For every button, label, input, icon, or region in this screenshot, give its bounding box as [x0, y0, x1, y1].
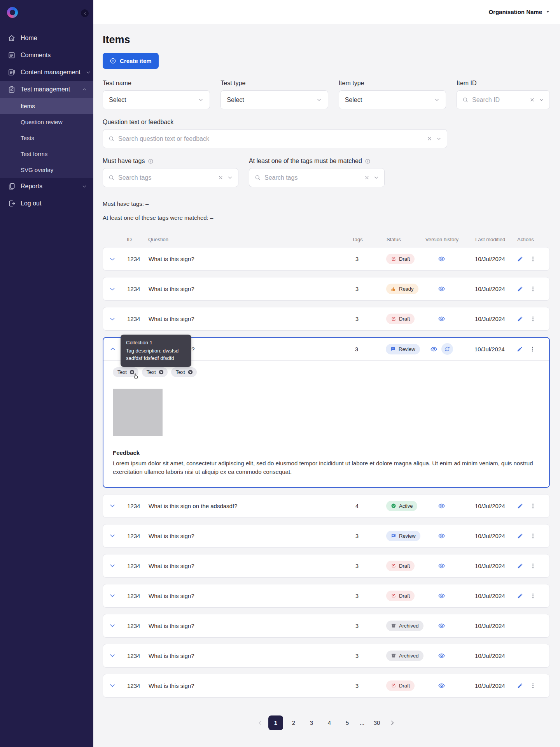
version-history-button[interactable]	[437, 561, 446, 570]
sidebar-item-test-management[interactable]: Test management	[0, 81, 93, 98]
test-name-label: Test name	[103, 80, 210, 87]
row-menu-button[interactable]	[530, 563, 536, 569]
test-name-select[interactable]: Select	[103, 90, 210, 109]
edit-row-button[interactable]	[517, 503, 523, 509]
sidebar-item-items[interactable]: Items	[0, 98, 93, 114]
chevron-down-icon[interactable]	[227, 175, 233, 181]
remove-tag-button[interactable]	[187, 369, 193, 375]
summary-must-have-tags: Must have tags: –	[103, 200, 550, 207]
sidebar-item-log-out[interactable]: Log out	[0, 195, 93, 212]
sidebar-item-reports[interactable]: Reports	[0, 178, 93, 195]
expand-row-button[interactable]	[103, 652, 122, 659]
sidebar-item-label: Reports	[21, 183, 42, 190]
org-selector[interactable]: Organisation Name	[488, 9, 550, 15]
row-menu-button[interactable]	[530, 503, 536, 509]
chevron-down-icon[interactable]	[436, 136, 442, 142]
version-history-button[interactable]	[437, 531, 446, 540]
version-history-button[interactable]	[437, 591, 446, 600]
expand-row-button[interactable]	[103, 502, 122, 509]
edit-row-button[interactable]	[517, 533, 523, 539]
any-tag-match-input[interactable]	[264, 174, 360, 181]
expand-row-button[interactable]	[103, 256, 122, 263]
expand-row-button[interactable]	[103, 682, 122, 689]
row-status-cell: Ready	[367, 284, 423, 294]
edit-row-button[interactable]	[517, 593, 523, 599]
sidebar-item-label: Test management	[21, 86, 70, 93]
edit-row-button[interactable]	[516, 346, 523, 352]
version-history-button[interactable]	[429, 345, 438, 354]
version-history-button[interactable]	[437, 651, 446, 660]
row-actions-cell	[512, 316, 550, 322]
sidebar-item-content-management[interactable]: Content management	[0, 64, 93, 81]
version-history-button[interactable]	[437, 284, 446, 293]
expand-row-button[interactable]	[103, 622, 122, 629]
pagination-page-1[interactable]: 1	[268, 715, 283, 730]
sidebar-item-tests[interactable]: Tests	[0, 130, 93, 146]
edit-row-button[interactable]	[517, 256, 523, 262]
item-id-input[interactable]	[472, 96, 526, 103]
expand-row-button[interactable]	[103, 532, 122, 539]
row-menu-button[interactable]	[530, 256, 536, 262]
clear-icon[interactable]	[529, 97, 535, 103]
tag-pill: Text	[113, 367, 138, 377]
version-history-button[interactable]	[437, 621, 446, 630]
question-text-input[interactable]	[118, 135, 423, 142]
create-item-button[interactable]: Create item	[103, 53, 159, 69]
pagination-page-30[interactable]: 30	[369, 715, 384, 730]
row-menu-button[interactable]	[530, 533, 536, 539]
row-question: What is this sign on the adsdasdf?	[144, 503, 347, 509]
version-history-button[interactable]	[437, 681, 446, 690]
pagination-page-2[interactable]: 2	[286, 715, 301, 730]
sidebar-item-label: Log out	[21, 200, 41, 207]
expand-row-button[interactable]	[103, 286, 122, 293]
row-menu-button[interactable]	[530, 286, 536, 292]
sidebar-item-home[interactable]: Home	[0, 30, 93, 47]
row-status-cell: Review	[366, 344, 423, 354]
clear-icon[interactable]	[364, 175, 370, 181]
version-history-button[interactable]	[437, 502, 446, 510]
remove-tag-button[interactable]	[158, 369, 164, 375]
expand-row-button[interactable]	[103, 592, 122, 599]
pencil-icon	[517, 533, 523, 539]
row-menu-button[interactable]	[530, 682, 536, 689]
tag-list: TextTextText	[113, 367, 540, 377]
test-type-select[interactable]: Select	[220, 90, 328, 109]
sidebar-item-svg-overlay[interactable]: SVG overlay	[0, 162, 93, 178]
pagination-page-5[interactable]: 5	[340, 715, 355, 730]
collapse-row-button[interactable]	[103, 345, 122, 352]
status-label: Draft	[399, 683, 410, 689]
sidebar-item-comments[interactable]: Comments	[0, 47, 93, 64]
sidebar-item-test-forms[interactable]: Test forms	[0, 146, 93, 162]
kebab-menu-icon	[530, 286, 536, 292]
chevron-down-icon	[109, 532, 116, 539]
edit-row-button[interactable]	[517, 316, 523, 322]
table-row-line: 1234What is this sign on the adsdasdf?4A…	[103, 494, 550, 517]
version-history-button[interactable]	[437, 254, 446, 263]
row-menu-button[interactable]	[530, 593, 536, 599]
expand-row-button[interactable]	[103, 562, 122, 569]
edit-row-button[interactable]	[517, 563, 523, 569]
edit-row-button[interactable]	[517, 286, 523, 292]
pagination-page-3[interactable]: 3	[304, 715, 319, 730]
must-have-tags-input[interactable]	[118, 174, 214, 181]
expand-row-button[interactable]	[103, 316, 122, 323]
any-tag-match-searchbox	[249, 168, 385, 187]
row-id: 1234	[122, 533, 144, 539]
chevron-down-icon	[82, 184, 87, 189]
pagination-prev-button[interactable]	[255, 718, 265, 728]
chevron-down-icon[interactable]	[539, 97, 544, 103]
sidebar-item-question-review[interactable]: Question review	[0, 114, 93, 130]
clear-icon[interactable]	[427, 136, 432, 142]
pagination-page-4[interactable]: 4	[322, 715, 337, 730]
row-menu-button[interactable]	[530, 316, 536, 322]
refresh-button[interactable]	[441, 343, 453, 355]
edit-row-button[interactable]	[517, 682, 523, 689]
chevron-down-icon[interactable]	[373, 175, 379, 181]
item-type-select[interactable]: Select	[339, 90, 446, 109]
row-menu-button[interactable]	[529, 346, 536, 352]
clear-icon[interactable]	[218, 175, 224, 181]
eye-icon	[438, 502, 445, 510]
sidebar-collapse-button[interactable]	[81, 9, 89, 17]
pagination-next-button[interactable]	[387, 718, 397, 728]
version-history-button[interactable]	[437, 314, 446, 323]
